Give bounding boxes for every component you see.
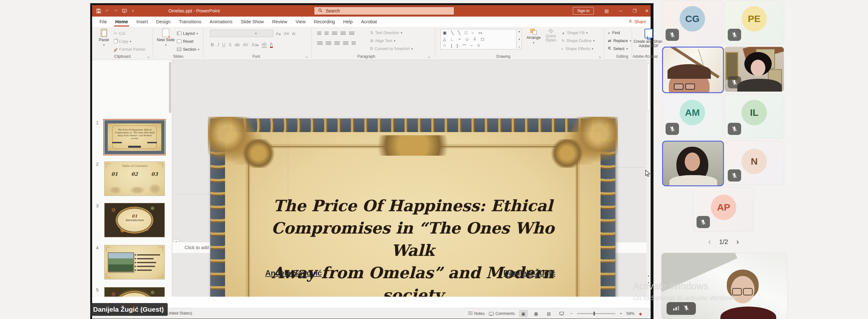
reset-button[interactable]: Reset (177, 38, 199, 45)
slide-canvas[interactable]: The Price Of Happiness: Ethical Compromi… (210, 119, 615, 297)
find-button[interactable]: ⌕Find (608, 29, 631, 36)
decrease-indent-icon[interactable] (332, 32, 337, 35)
zoom-level[interactable]: 58% (626, 311, 634, 316)
underline-button[interactable]: U (222, 42, 225, 47)
slide-sorter-view-button[interactable]: ▦ (532, 310, 540, 317)
align-center-icon[interactable] (326, 41, 331, 45)
tab-file[interactable]: File (95, 17, 111, 27)
scrollbar-thumb[interactable] (647, 63, 650, 111)
zoom-slider-knob[interactable] (593, 312, 595, 316)
minimize-button[interactable]: ─ (614, 5, 628, 17)
tab-design[interactable]: Design (152, 17, 175, 27)
change-case-button[interactable]: Aa▾ (251, 42, 258, 47)
participant-video-1[interactable] (662, 47, 724, 93)
comments-toggle[interactable]: Comments (489, 311, 515, 316)
justify-icon[interactable] (343, 41, 348, 45)
fit-slide-to-window-button[interactable]: ◆ (639, 311, 642, 316)
tab-review[interactable]: Review (268, 17, 292, 27)
convert-smartart-button[interactable]: ⧉Convert to SmartArt▾ (370, 45, 413, 52)
drawing-dialog-launcher[interactable]: ↘ (598, 55, 601, 59)
italic-button[interactable]: I (217, 42, 219, 47)
participant-video-2[interactable] (724, 47, 784, 92)
font-size-combobox[interactable] (260, 30, 273, 37)
shape-outline-button[interactable]: ✎Shape Outline▾ (561, 37, 594, 44)
slideshow-view-button[interactable] (558, 310, 566, 317)
shape-effects-button[interactable]: ◐Shape Effects▾ (561, 45, 594, 52)
previous-page-button[interactable]: ‹ (708, 237, 711, 246)
tab-slide-show[interactable]: Slide Show (237, 17, 268, 27)
select-button[interactable]: ⇱Select▾ (608, 45, 631, 52)
font-color-button[interactable]: A (270, 41, 273, 48)
cut-button[interactable]: ✂Cut (114, 30, 146, 37)
new-slide-button[interactable]: New Slide▾ (156, 29, 175, 47)
close-button[interactable]: ✕ (640, 5, 654, 17)
align-right-icon[interactable] (334, 41, 340, 45)
bullets-icon[interactable] (317, 32, 321, 35)
tab-animations[interactable]: Animations (205, 17, 237, 27)
arrange-button[interactable]: Arrange▾ (525, 29, 542, 45)
participant-tile-n[interactable]: N (724, 141, 784, 185)
slide-thumbnail-4[interactable] (104, 245, 165, 280)
slide-thumbnail-1[interactable]: The Price Of Happiness: Ethical Compromi… (104, 120, 165, 154)
zoom-out-button[interactable]: − (570, 311, 572, 316)
ribbon-display-options-button[interactable]: ▤ (599, 5, 614, 17)
quick-styles-button[interactable]: Quick Styles (543, 29, 559, 42)
participant-tile-pe[interactable]: PE (724, 1, 784, 44)
paste-button[interactable]: Paste▾ (95, 29, 113, 47)
collapse-ribbon-icon[interactable]: ⌃ (645, 54, 648, 58)
previous-slide-button[interactable]: ▲ (647, 273, 650, 278)
zoom-in-button[interactable]: + (620, 311, 622, 316)
thumbnail-scrollbar[interactable] (169, 62, 171, 113)
reading-view-button[interactable]: ▤ (545, 310, 553, 317)
search-input[interactable]: Search (314, 7, 454, 15)
shapes-gallery[interactable]: ▣ ╲ ╲ □ ○ ▭ △ ∟ ⌐ ◇ ⇩ ◻ ☆ { } ◠ ~ ✩ (440, 29, 517, 50)
tab-acrobat[interactable]: Acrobat (357, 17, 381, 27)
font-dialog-launcher[interactable]: ↘ (305, 55, 308, 59)
paragraph-dialog-launcher[interactable]: ↘ (428, 55, 430, 59)
section-button[interactable]: Section▾ (177, 46, 199, 53)
slide-thumbnail-5[interactable]: 02 Theoretical frameworks (104, 287, 165, 297)
participant-tile-il[interactable]: IL (724, 94, 784, 139)
align-text-button[interactable]: ⊞Align Text▾ (370, 37, 413, 44)
strikethrough-button[interactable]: ab (235, 42, 240, 47)
numbering-icon[interactable] (324, 32, 329, 35)
normal-view-button[interactable]: ▣ (519, 310, 528, 317)
participant-tile-cg[interactable]: CG (662, 1, 723, 44)
align-left-icon[interactable] (317, 41, 322, 45)
clear-formatting-icon[interactable]: A̷ (292, 31, 295, 36)
clipboard-dialog-launcher[interactable]: ↘ (147, 55, 150, 59)
grow-font-icon[interactable]: A▴ (276, 31, 281, 36)
tab-recording[interactable]: Recording (310, 17, 339, 27)
tab-home[interactable]: Home (111, 17, 132, 27)
create-pdf-button[interactable]: Create and Share Adobe PDF (633, 29, 664, 48)
increase-indent-icon[interactable] (340, 32, 346, 35)
text-direction-button[interactable]: ⇅Text Direction▾ (370, 29, 413, 36)
tab-help[interactable]: Help (339, 17, 357, 27)
zoom-slider[interactable] (577, 313, 615, 314)
bold-button[interactable]: B (211, 42, 214, 47)
line-spacing-icon[interactable] (349, 32, 354, 35)
tab-insert[interactable]: Insert (132, 17, 152, 27)
layout-button[interactable]: Layout▾ (177, 30, 199, 37)
replace-button[interactable]: ⇄Replace▾ (608, 37, 631, 44)
slide-thumbnail-2[interactable]: Table of Contents 01 02 03 (104, 162, 165, 196)
character-spacing-button[interactable]: AV (243, 42, 249, 47)
format-painter-button[interactable]: Format Painter (114, 46, 146, 53)
participant-tile-ap[interactable]: AP (693, 187, 754, 232)
shape-fill-button[interactable]: ▲Shape Fill▾ (561, 29, 594, 36)
slide-thumbnail-3[interactable]: 01 Introduction (104, 203, 165, 237)
sign-in-button[interactable]: Sign in (573, 7, 594, 15)
text-shadow-button[interactable]: S (228, 42, 231, 47)
participant-tile-am[interactable]: AM (662, 94, 723, 139)
tab-view[interactable]: View (291, 17, 310, 27)
tab-transitions[interactable]: Transitions (175, 17, 205, 27)
notes-toggle[interactable]: Notes (468, 311, 485, 316)
share-button[interactable]: Share (628, 17, 646, 27)
shrink-font-icon[interactable]: A▾ (284, 31, 289, 36)
participant-video-3[interactable] (662, 141, 724, 186)
next-page-button[interactable]: › (736, 237, 739, 246)
copy-button[interactable]: Copy▾ (114, 38, 146, 45)
columns-icon[interactable] (351, 41, 356, 45)
shapes-gallery-scroll[interactable]: ▲▼≡ (517, 29, 522, 50)
font-name-combobox[interactable]: ▾ (210, 30, 258, 37)
